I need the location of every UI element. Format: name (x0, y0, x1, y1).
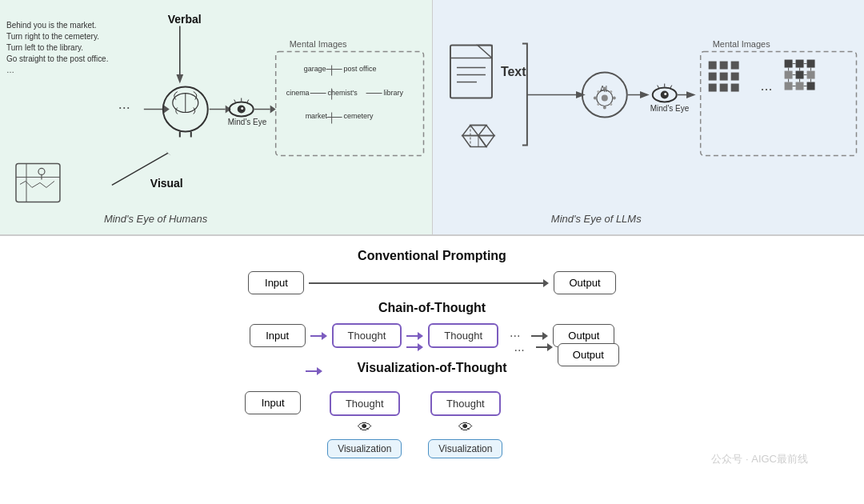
svg-point-73 (612, 97, 615, 100)
svg-text:Visual: Visual (150, 177, 183, 190)
svg-point-71 (602, 106, 606, 110)
svg-marker-61 (478, 135, 494, 146)
svg-text:library: library (384, 89, 404, 97)
vot-viz1-box: Visualization (327, 439, 402, 458)
cot-section: Chain-of-Thought Input Thought Thought ·… (32, 301, 832, 348)
svg-rect-91 (730, 62, 738, 70)
conventional-flow: Input Output (248, 271, 615, 294)
svg-text:chemist's: chemist's (328, 89, 358, 97)
vot-section: Visualization-of-Thought Input Thought 👁… (32, 361, 832, 458)
conventional-prompting-section: Conventional Prompting Input Output (32, 249, 832, 294)
svg-rect-103 (795, 71, 803, 79)
svg-text:Turn left to the library.: Turn left to the library. (6, 43, 83, 52)
svg-point-72 (593, 97, 596, 100)
svg-text:Verbal: Verbal (168, 13, 202, 26)
svg-text:…: … (6, 66, 14, 74)
svg-text:Mental Images: Mental Images (712, 39, 770, 49)
svg-point-74 (597, 90, 599, 93)
svg-rect-95 (708, 84, 716, 92)
svg-point-19 (241, 107, 243, 110)
svg-marker-25 (270, 106, 276, 114)
cot-input-box: Input (250, 324, 306, 347)
svg-point-81 (664, 93, 666, 95)
vot-viz2-box: Visualization (428, 439, 502, 458)
vot-thought1-col: Thought 👁 Visualization (327, 391, 402, 458)
svg-text:Behind you is the market.: Behind you is the market. (6, 21, 97, 30)
vot-input-box: Input (245, 391, 301, 414)
svg-rect-99 (784, 60, 792, 68)
svg-text:Mind's Eye: Mind's Eye (228, 118, 267, 126)
svg-point-75 (610, 90, 612, 93)
svg-point-70 (602, 87, 606, 90)
svg-rect-104 (806, 71, 814, 79)
cot-title: Chain-of-Thought (378, 301, 486, 315)
vot-thought2-col: Thought 👁 Visualization (428, 391, 502, 458)
svg-text:cinema: cinema (286, 89, 310, 97)
cot-dots: ··· (510, 329, 520, 343)
svg-text:Mental Images: Mental Images (290, 39, 347, 49)
svg-rect-105 (784, 82, 792, 90)
vot-eye1-icon: 👁 (358, 419, 372, 436)
svg-rect-93 (719, 73, 727, 81)
svg-marker-49 (166, 150, 171, 155)
svg-text:Mind's Eye of Humans: Mind's Eye of Humans (104, 213, 208, 225)
svg-text:garage: garage (304, 65, 326, 73)
svg-rect-106 (795, 82, 803, 90)
svg-text:post office: post office (344, 65, 377, 73)
svg-rect-96 (719, 84, 727, 92)
vot-dots: ··· (514, 343, 524, 358)
humans-panel: Behind you is the market. Turn right to … (0, 0, 433, 234)
svg-rect-89 (708, 62, 716, 70)
vot-thought1-box: Thought (330, 391, 400, 416)
vot-title: Visualization-of-Thought (357, 361, 506, 375)
svg-text:···: ··· (760, 81, 772, 97)
svg-point-69 (601, 95, 607, 102)
svg-rect-102 (784, 71, 792, 79)
top-section: Behind you is the market. Turn right to … (0, 0, 864, 236)
svg-rect-90 (719, 62, 727, 70)
llms-panel: Text AI (433, 0, 865, 234)
svg-text:Text: Text (500, 65, 526, 78)
svg-text:cemetery: cemetery (344, 112, 374, 120)
svg-text:Mind's Eye of LLMs: Mind's Eye of LLMs (550, 213, 641, 225)
svg-text:Go straight to the post office: Go straight to the post office. (6, 54, 108, 63)
conv-input-box: Input (248, 271, 304, 294)
svg-rect-107 (806, 82, 814, 90)
svg-rect-94 (730, 73, 738, 81)
cot-thought1-box: Thought (332, 323, 402, 348)
conv-output-box: Output (554, 271, 615, 294)
svg-point-77 (610, 103, 612, 106)
conventional-title: Conventional Prompting (358, 249, 506, 263)
svg-text:Mind's Eye: Mind's Eye (650, 104, 689, 113)
conv-arrow (309, 279, 549, 287)
svg-rect-100 (795, 60, 803, 68)
svg-rect-97 (730, 84, 738, 92)
svg-text:market: market (306, 112, 328, 120)
vot-flow: Input Thought 👁 Visualization Thought 👁 … (245, 391, 619, 458)
svg-marker-54 (477, 46, 491, 58)
vot-output-box: Output (558, 343, 619, 366)
vot-thought2-box: Thought (430, 391, 501, 416)
svg-rect-92 (708, 73, 716, 81)
vot-eye2-icon: 👁 (458, 419, 473, 436)
svg-text:Turn right to the cemetery.: Turn right to the cemetery. (6, 32, 99, 41)
cot-thought2-box: Thought (428, 323, 498, 348)
svg-text:···: ··· (118, 99, 130, 115)
watermark: 公众号 · AIGC最前线 (711, 452, 808, 466)
svg-point-76 (597, 103, 599, 106)
bottom-section: Conventional Prompting Input Output Chai… (0, 236, 864, 504)
svg-rect-101 (806, 60, 814, 68)
svg-marker-9 (164, 106, 170, 114)
svg-point-45 (38, 168, 45, 174)
